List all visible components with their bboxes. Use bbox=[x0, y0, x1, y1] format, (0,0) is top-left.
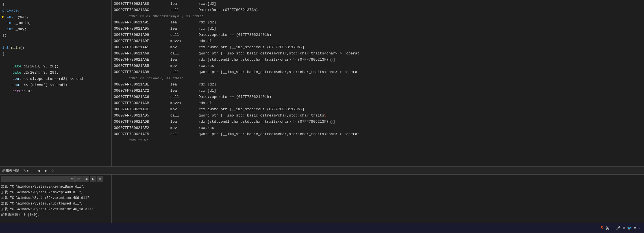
disasm-operands: qword ptr [__imp_std::basic_ostream<char… bbox=[199, 113, 642, 118]
taskbar-lang[interactable]: 英 bbox=[606, 226, 609, 231]
code-line-cout2: cout << (d1==d2) << endl; bbox=[0, 82, 111, 88]
taskbar-mic-icon[interactable]: 🎤 bbox=[616, 226, 621, 230]
disasm-mnem: call bbox=[170, 132, 199, 136]
toolbar-btn-filter[interactable]: ✎▼ bbox=[21, 168, 31, 173]
disasm-addr: 00007FF780621ACE bbox=[114, 107, 170, 111]
disasm-source-annotation: cout << d1.operator==(d2) << endl; bbox=[112, 13, 644, 19]
taskbar-keyboard-icon[interactable]: ⌨ bbox=[623, 226, 625, 230]
disasm-addr: 00007FF780621ACB bbox=[114, 101, 170, 105]
taskbar: S 英 · 🎤 ⌨ 🐦 ⚙ ☁ bbox=[0, 223, 644, 233]
disasm-operands: qword ptr [__imp_std::basic_ostream<char… bbox=[199, 70, 642, 74]
disasm-mnem: call bbox=[170, 51, 199, 56]
source-annotation-text-2: cout << (d1==d2) << endl; bbox=[129, 76, 184, 80]
bottom-right-panel bbox=[112, 175, 644, 223]
debug-arrow: ▶ bbox=[2, 15, 7, 19]
disasm-line: 00007FF780621AC6 call Date::operator== (… bbox=[112, 94, 644, 100]
disasm-line: 00007FF780621AA1 mov rcx,qword ptr [__im… bbox=[112, 44, 644, 50]
spacer bbox=[2, 21, 7, 25]
disasm-mnem: mov bbox=[170, 107, 199, 111]
toolbar-separator bbox=[34, 168, 34, 173]
code-line: } bbox=[0, 1, 111, 7]
code-text: cout << (d1==d2) << endl; bbox=[2, 83, 68, 87]
code-text: int _month; bbox=[7, 21, 31, 25]
code-text: int _day; bbox=[7, 27, 27, 31]
sougou-icon[interactable]: S bbox=[601, 226, 603, 231]
disasm-line: 00007FF780621ACB movzx edx,al bbox=[112, 100, 644, 106]
disasm-addr: 00007FF780621AC2 bbox=[114, 89, 170, 93]
toolbar-btn-next[interactable]: ▶ bbox=[43, 168, 49, 173]
output-text: 加载 "C:\Windows\System32\KernelBase.dll"。 bbox=[1, 184, 86, 189]
code-text: int _year; bbox=[7, 15, 29, 19]
left-source-panel: } private: ▶ int _year; int _month; int … bbox=[0, 0, 112, 166]
disasm-operands: rcx,rax bbox=[199, 64, 642, 68]
toolbar-label: 到相关问题 bbox=[2, 168, 19, 173]
disasm-line: 00007FF780621ACE mov rcx,qword ptr [__im… bbox=[112, 106, 644, 112]
disasm-operands: rcx,[d2] bbox=[199, 2, 642, 6]
module-btn-3[interactable]: ▶ bbox=[90, 176, 96, 182]
taskbar-settings-icon[interactable]: ⚙ bbox=[634, 226, 636, 230]
disasm-mnem: call bbox=[170, 70, 199, 74]
output-text: 加载 "C:\Windows\System32\vcruntime140d.dl… bbox=[1, 195, 93, 200]
toolbar-btn-prev[interactable]: ◀ bbox=[36, 168, 42, 173]
output-text: 加载 "C:\Windows\System32\msvcp140d.dll"。 bbox=[1, 190, 84, 195]
code-text: Date d1(2018, 9, 26); bbox=[2, 64, 59, 69]
disasm-operands: rdx,[std::endl<char,std::char_traits<cha… bbox=[199, 58, 642, 62]
output-line-4: 加载 "C:\Windows\System32\ucrtbased.dll"。 bbox=[1, 201, 110, 206]
code-line-blank bbox=[0, 57, 111, 63]
disasm-line: 00007FF780621A91 lea rdx,[d2] bbox=[112, 19, 644, 25]
disasm-addr: 00007FF780621AE2 bbox=[114, 126, 170, 130]
taskbar-bird-icon[interactable]: 🐦 bbox=[627, 226, 632, 230]
code-line-cout1: cout << d1.operator==(d2) << end bbox=[0, 76, 111, 82]
disasm-operands: edx,al bbox=[199, 101, 642, 105]
module-btn-1[interactable]: ▪▪▪ bbox=[75, 176, 82, 182]
disasm-mnem: call bbox=[170, 95, 199, 99]
disasm-mnem: lea bbox=[170, 27, 199, 31]
bottom-content: ▪▪▪ ◀ ▶ ✕ 加载 "C:\Windows\System32\Kernel… bbox=[0, 175, 644, 223]
disasm-addr: 00007FF780621A8C bbox=[114, 8, 170, 12]
disasm-source-annotation-return: return 0; bbox=[112, 137, 644, 143]
disasm-addr: 00007FF780621ADB bbox=[114, 120, 170, 124]
disasm-mnem: mov bbox=[170, 64, 199, 68]
code-line: private: bbox=[0, 7, 111, 14]
output-line-3: 加载 "C:\Windows\System32\vcruntime140d.dl… bbox=[1, 195, 110, 201]
disasm-line: 00007FF780621A8C call Date::Date (07FF78… bbox=[112, 7, 644, 13]
bottom-left-panel: ▪▪▪ ◀ ▶ ✕ 加载 "C:\Windows\System32\Kernel… bbox=[0, 175, 112, 223]
source-annotation-text: cout << d1.operator==(d2) << endl; bbox=[129, 14, 203, 18]
source-annotation-text-return: return 0; bbox=[129, 138, 148, 142]
disasm-addr: 00007FF780621A88 bbox=[114, 2, 170, 6]
code-line-int-month: int _month; bbox=[0, 20, 111, 26]
spacer bbox=[2, 27, 7, 31]
disasm-line: 00007FF780621A99 call Date::operator== (… bbox=[112, 32, 644, 38]
disasm-mnem: call bbox=[170, 113, 199, 118]
disasm-mnem: movzx bbox=[170, 101, 199, 105]
disasm-line: 00007FF780621A95 lea rcx,[d1] bbox=[112, 25, 644, 32]
disasm-mnem: lea bbox=[170, 82, 199, 87]
code-text: { bbox=[2, 52, 5, 56]
output-text: 加载 "C:\Windows\System32\vcruntime140_1d.… bbox=[1, 207, 97, 212]
code-text: Date d2(2024, 3, 29); bbox=[2, 71, 59, 75]
taskbar-extra[interactable]: ☁ bbox=[638, 226, 641, 230]
disasm-addr: 00007FF780621AA8 bbox=[114, 51, 170, 56]
disasm-addr: 00007FF780621AE5 bbox=[114, 132, 170, 136]
disasm-addr: 00007FF780621ABE bbox=[114, 82, 170, 87]
disasm-line: 00007FF780621ABE lea rdx,[d2] bbox=[112, 81, 644, 87]
module-select[interactable] bbox=[1, 176, 75, 182]
disasm-operands: rdx,[d2] bbox=[199, 20, 642, 25]
output-line-6: 函数返回值为 0 (0x0)。 bbox=[1, 212, 110, 217]
disasm-operands: rcx,qword ptr [__imp_std::cout (07FF7806… bbox=[199, 107, 642, 111]
toolbar-btn-close[interactable]: ✕ bbox=[50, 168, 56, 173]
module-btn-clear[interactable]: ✕ bbox=[97, 176, 103, 182]
disasm-source-annotation-2: cout << (d1==d2) << endl; bbox=[112, 75, 644, 81]
disasm-addr: 00007FF780621AA1 bbox=[114, 45, 170, 49]
disasm-mnem: lea bbox=[170, 2, 199, 6]
code-line-blank bbox=[0, 38, 111, 45]
main-area: } private: ▶ int _year; int _month; int … bbox=[0, 0, 644, 166]
disasm-line: 00007FF780621ADB lea rdx,[std::endl<char… bbox=[112, 118, 644, 125]
code-line-int-year: ▶ int _year; bbox=[0, 14, 111, 20]
disasm-addr: 00007FF780621A99 bbox=[114, 33, 170, 37]
disasm-mnem: mov bbox=[170, 45, 199, 49]
module-btn-2[interactable]: ◀ bbox=[83, 176, 89, 182]
bottom-area: 到相关问题 ✎▼ ◀ ▶ ✕ ▪▪▪ ◀ ▶ ✕ 加载 "C:\Windows\… bbox=[0, 166, 644, 223]
output-line-2: 加载 "C:\Windows\System32\msvcp140d.dll"。 bbox=[1, 189, 110, 195]
disasm-line: 00007FF780621AB8 call qword ptr [__imp_s… bbox=[112, 69, 644, 75]
